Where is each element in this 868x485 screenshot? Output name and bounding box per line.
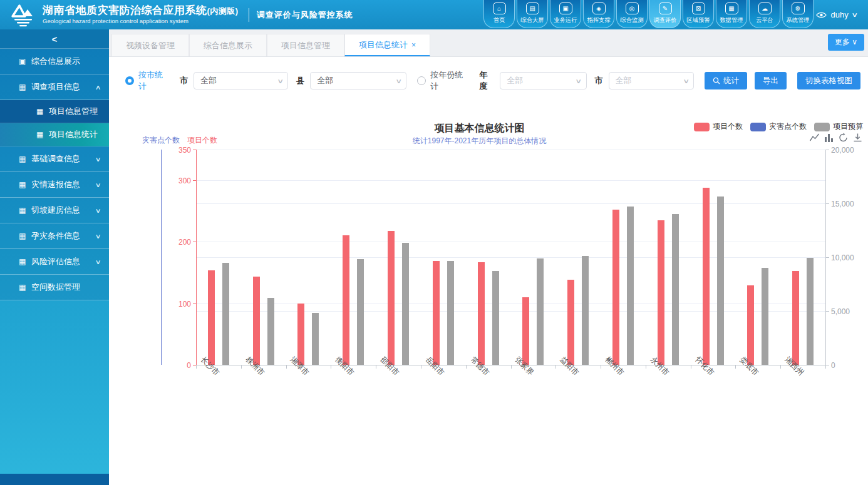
- chevron-down-icon: ∨: [95, 233, 101, 240]
- chevron-down-icon: ∨: [683, 78, 690, 84]
- chart-title: 项目基本信息统计图: [309, 122, 650, 135]
- more-button[interactable]: 更多 ∨: [828, 34, 864, 51]
- search-icon: [713, 77, 720, 84]
- restore-icon[interactable]: [838, 133, 849, 143]
- toggle-table-view-button[interactable]: 切换表格视图: [797, 72, 860, 89]
- legend-item-2[interactable]: 灾害点个数: [750, 121, 807, 132]
- line-chart-icon[interactable]: [809, 133, 820, 143]
- main-content: 按市统计 市 全部∨ 县 全部∨ 按年份统计 年度 全部∨ 市 全部∨ 统计: [109, 56, 868, 485]
- tab-4[interactable]: 项目信息统计×: [344, 34, 430, 56]
- county-select[interactable]: 全部∨: [310, 72, 406, 89]
- nav-item-4[interactable]: ◈指挥支撑: [583, 0, 614, 28]
- nav-item-10[interactable]: ⚙系统管理: [782, 0, 814, 28]
- table-icon: ▦: [19, 257, 26, 266]
- big-screen-icon: ▤: [526, 3, 539, 14]
- tab-2[interactable]: 综合信息展示: [189, 34, 267, 56]
- nav-item-8[interactable]: ▦数据管理: [716, 0, 747, 28]
- radio-by-city-label[interactable]: 按市统计: [138, 69, 168, 92]
- chevron-up-icon: ∧: [95, 84, 101, 91]
- table-icon: ▦: [19, 155, 26, 163]
- stat-button[interactable]: 统计: [705, 72, 747, 89]
- nav-item-1[interactable]: ⌂首页: [483, 0, 515, 28]
- eye-icon: [816, 11, 827, 19]
- nav-item-label: 综合监测: [621, 16, 644, 24]
- data-manage-icon: ▦: [725, 3, 738, 14]
- save-image-icon[interactable]: [852, 133, 863, 143]
- display-icon: ▣: [19, 57, 26, 66]
- sidebar-item-label: 灾情速报信息: [31, 179, 80, 190]
- filter-bar: 按市统计 市 全部∨ 县 全部∨ 按年份统计 年度 全部∨ 市 全部∨ 统计: [109, 71, 868, 90]
- chevron-down-icon: ∨: [851, 11, 858, 18]
- legend-swatch: [694, 123, 710, 131]
- app-root: 湖南省地质灾害防治综合应用系统(内测版) Geological hazard p…: [0, 0, 868, 485]
- tab-1[interactable]: 视频设备管理: [111, 34, 189, 56]
- app-subtitle: Geological hazard protection control app…: [43, 18, 239, 24]
- tab-label: 视频设备管理: [126, 40, 175, 51]
- sidebar-item-7[interactable]: ▦切坡建房信息∨: [0, 198, 109, 223]
- sidebar-item-1[interactable]: ▣综合信息展示: [0, 49, 109, 74]
- county-label: 县: [296, 75, 304, 86]
- nav-item-2[interactable]: ▤综合大屏: [517, 0, 548, 28]
- nav-item-9[interactable]: ☁云平台: [749, 0, 780, 28]
- sidebar-item-5[interactable]: ▦基础调查信息∨: [0, 146, 109, 172]
- business-run-icon: ▣: [559, 3, 572, 14]
- chevron-down-icon: ∨: [277, 78, 284, 84]
- chevron-down-icon: ∨: [95, 156, 101, 163]
- region-warning-icon: ⊠: [692, 3, 705, 14]
- tab-label: 综合信息展示: [204, 40, 252, 51]
- radio-by-city[interactable]: [125, 76, 134, 85]
- city2-select[interactable]: 全部∨: [609, 72, 694, 89]
- tab-3[interactable]: 项目信息管理: [267, 34, 344, 56]
- sidebar-item-2[interactable]: ▦调查项目信息∧: [0, 74, 109, 100]
- app-header: 湖南省地质灾害防治综合应用系统(内测版) Geological hazard p…: [0, 0, 868, 29]
- sidebar-item-label: 切坡建房信息: [31, 205, 80, 216]
- table-icon: ▦: [19, 283, 26, 292]
- home-icon: ⌂: [493, 3, 506, 14]
- tab-label: 项目信息统计: [359, 39, 408, 51]
- monitor-icon: ◎: [626, 3, 639, 14]
- nav-item-label: 云平台: [756, 16, 773, 24]
- sidebar-item-4[interactable]: ▦项目信息统计: [0, 123, 109, 146]
- table-icon: ▦: [19, 180, 26, 189]
- bar-chart-icon[interactable]: [824, 133, 834, 143]
- nav-item-7[interactable]: ⊠区域预警: [683, 0, 714, 28]
- legend-label: 项目个数: [713, 121, 743, 132]
- city-select[interactable]: 全部∨: [194, 72, 288, 89]
- legend-label: 灾害点个数: [769, 121, 807, 132]
- year-select[interactable]: 全部∨: [500, 72, 586, 89]
- sidebar-item-label: 孕灾条件信息: [31, 230, 80, 242]
- sidebar-item-label: 综合信息展示: [31, 56, 80, 67]
- sidebar-collapse-button[interactable]: <: [0, 29, 109, 49]
- system-manage-icon: ⚙: [792, 3, 805, 14]
- radio-by-year[interactable]: [417, 76, 426, 85]
- sidebar-item-label: 空间数据管理: [31, 282, 80, 293]
- sidebar-item-label: 调查项目信息: [31, 81, 80, 93]
- table-icon: ▦: [19, 206, 26, 215]
- export-button[interactable]: 导出: [755, 72, 787, 89]
- sidebar-item-8[interactable]: ▦孕灾条件信息∨: [0, 223, 109, 249]
- table-icon: ▦: [36, 130, 43, 139]
- nav-item-5[interactable]: ◎综合监测: [616, 0, 648, 28]
- chevron-down-icon: ∨: [395, 78, 402, 84]
- close-icon[interactable]: ×: [411, 41, 416, 49]
- sidebar-item-3[interactable]: ▦项目信息管理: [0, 100, 109, 123]
- chevron-down-icon: ∨: [95, 207, 101, 214]
- legend-swatch: [814, 123, 830, 131]
- user-menu[interactable]: duhy ∨: [816, 0, 857, 29]
- chart-toolbox: [809, 133, 863, 143]
- app-title: 湖南省地质灾害防治综合应用系统(内测版): [43, 5, 239, 17]
- radio-by-year-label[interactable]: 按年份统计: [430, 69, 468, 92]
- sidebar-item-6[interactable]: ▦灾情速报信息∨: [0, 172, 109, 198]
- city2-label: 市: [595, 75, 603, 86]
- legend-item-3[interactable]: 项目预算: [814, 121, 863, 132]
- sidebar-item-10[interactable]: ▦空间数据管理: [0, 275, 109, 300]
- user-name: duhy: [830, 10, 848, 19]
- nav-item-6[interactable]: ✎调查评价: [649, 0, 681, 28]
- cloud-platform-icon: ☁: [758, 3, 772, 14]
- nav-item-3[interactable]: ▣业务运行: [550, 0, 581, 28]
- sidebar-item-9[interactable]: ▦风险评估信息∨: [0, 249, 109, 275]
- chevron-down-icon: ∨: [575, 78, 582, 84]
- tabs: 视频设备管理综合信息展示项目信息管理项目信息统计×: [111, 34, 430, 56]
- sidebar-item-label: 基础调查信息: [31, 153, 80, 165]
- legend-item-1[interactable]: 项目个数: [694, 121, 743, 132]
